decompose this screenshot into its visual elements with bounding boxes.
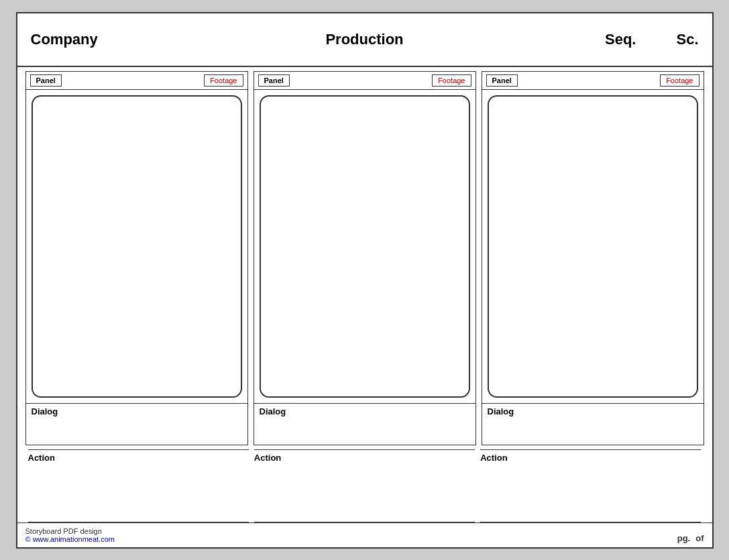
- panel-box-2: Panel: [258, 74, 290, 87]
- production-label: Production: [254, 31, 476, 48]
- seq-sc-labels: Seq. Sc.: [476, 31, 699, 48]
- panel-header-3: Panel Footage: [482, 72, 704, 90]
- of-label: of: [695, 533, 704, 543]
- drawing-area-3: [482, 90, 704, 403]
- company-label: Company: [31, 31, 254, 48]
- main-content: Panel Footage Dialog Panel Footage: [17, 67, 712, 522]
- footer-url: © www.animationmeat.com: [25, 535, 115, 543]
- dialog-lines-1: [32, 416, 242, 443]
- seq-label: Seq.: [605, 31, 636, 48]
- panel-col-3: Panel Footage Dialog: [482, 71, 704, 445]
- panel-col-2: Panel Footage Dialog: [254, 71, 476, 445]
- panel-box-3: Panel: [486, 74, 518, 87]
- drawing-area-1: [26, 90, 247, 403]
- panel-header-1: Panel Footage: [26, 72, 247, 90]
- action-label-1: Action: [28, 453, 249, 463]
- action-lines-3: [480, 465, 701, 519]
- action-divider-1: [28, 449, 249, 450]
- dialog-area-2: Dialog: [254, 403, 475, 445]
- action-col-3: Action: [480, 449, 701, 522]
- dialog-label-3: Dialog: [488, 406, 698, 416]
- dialog-area-3: Dialog: [482, 403, 704, 445]
- action-label-3: Action: [480, 453, 701, 463]
- dialog-label-2: Dialog: [260, 406, 470, 416]
- header: Company Production Seq. Sc.: [17, 13, 712, 67]
- dialog-area-1: Dialog: [26, 403, 247, 445]
- panel-box-1: Panel: [30, 74, 62, 87]
- drawing-inner-3: [488, 95, 698, 398]
- dialog-label-1: Dialog: [32, 406, 242, 416]
- action-divider-2: [254, 449, 475, 450]
- panel-columns: Panel Footage Dialog Panel Footage: [23, 67, 707, 447]
- footer-right: pg. of: [677, 533, 704, 543]
- drawing-inner-2: [260, 95, 470, 398]
- dialog-lines-3: [488, 416, 698, 443]
- action-divider-3: [480, 449, 701, 450]
- dialog-lines-2: [260, 416, 470, 443]
- storyboard-page: Company Production Seq. Sc. Panel Footag…: [16, 12, 714, 549]
- drawing-area-2: [254, 90, 475, 403]
- footer-design-label: Storyboard PDF design: [25, 527, 115, 535]
- action-lines-2: [254, 465, 475, 519]
- action-lines-1: [28, 465, 249, 519]
- action-col-1: Action: [28, 449, 249, 522]
- action-label-2: Action: [254, 453, 475, 463]
- pg-label: pg.: [677, 533, 691, 543]
- footer-left: Storyboard PDF design © www.animationmea…: [25, 527, 115, 543]
- action-section: Action Action Action: [23, 449, 707, 522]
- footage-box-3: Footage: [660, 74, 699, 87]
- panel-col-1: Panel Footage Dialog: [25, 71, 248, 445]
- footage-box-1: Footage: [204, 74, 243, 87]
- panel-header-2: Panel Footage: [254, 72, 475, 90]
- footage-box-2: Footage: [432, 74, 471, 87]
- action-col-2: Action: [254, 449, 475, 522]
- drawing-inner-1: [32, 95, 242, 398]
- sc-label: Sc.: [676, 31, 698, 48]
- footer: Storyboard PDF design © www.animationmea…: [17, 522, 712, 547]
